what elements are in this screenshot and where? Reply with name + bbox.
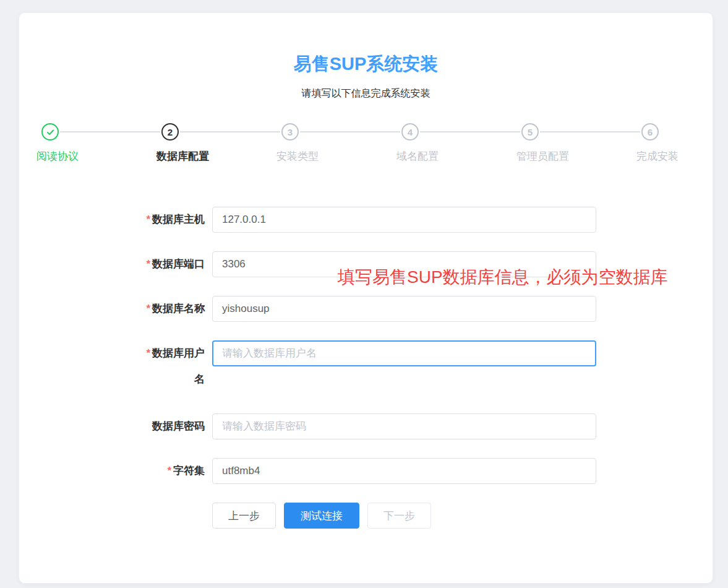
step-4-label: 域名配置 [396,149,439,163]
form-row-charset: *字符集 [140,458,598,484]
database-config-form: *数据库主机 *数据库端口 *数据库名称 *数据库用户名 *数据库密码 *字符集… [140,207,598,529]
db-port-input[interactable] [212,251,596,277]
step-connector [300,131,400,132]
form-row-db-password: *数据库密码 [140,413,598,439]
step-3-indicator: 3 [281,123,299,141]
step-4-indicator: 4 [401,123,419,141]
required-marker: * [146,258,150,270]
db-port-label: *数据库端口 [140,251,205,277]
db-password-input[interactable] [212,413,596,439]
install-steps: 阅读协议 2 数据库配置 3 安装类型 4 域名配置 5 管理员配置 6 完成安… [19,123,713,180]
step-connector [60,131,160,132]
step-1-indicator [41,123,59,141]
step-1-label: 阅读协议 [36,149,79,163]
step-5-indicator: 5 [521,123,539,141]
step-connector [180,131,280,132]
test-connection-button[interactable]: 测试连接 [284,503,359,529]
db-host-input[interactable] [212,207,596,233]
check-icon [46,128,55,137]
previous-step-button[interactable]: 上一步 [212,503,276,529]
page-subtitle: 请填写以下信息完成系统安装 [19,87,713,100]
step-connector [540,131,640,132]
db-name-input[interactable] [212,296,596,322]
form-row-db-username: *数据库用户名 [140,340,598,392]
next-step-button[interactable]: 下一步 [367,503,431,529]
step-6-label: 完成安装 [636,149,679,163]
install-wizard-card: 易售SUP系统安装 请填写以下信息完成系统安装 阅读协议 2 数据库配置 3 安… [19,12,713,584]
step-5-label: 管理员配置 [516,149,569,163]
charset-label: *字符集 [140,458,205,484]
step-6-indicator: 6 [641,123,659,141]
required-marker: * [167,465,171,477]
required-marker: * [146,214,150,225]
page-title: 易售SUP系统安装 [19,52,713,77]
step-3-label: 安装类型 [276,149,319,163]
required-marker: * [146,347,150,359]
step-connector [420,131,520,132]
charset-input[interactable] [212,458,596,484]
form-row-db-host: *数据库主机 [140,207,598,233]
form-row-db-name: *数据库名称 [140,296,598,322]
step-2-label: 数据库配置 [156,149,209,163]
db-username-input[interactable] [212,340,596,366]
db-name-label: *数据库名称 [140,296,205,322]
db-host-label: *数据库主机 [140,207,205,233]
step-2-indicator: 2 [161,123,179,141]
db-username-label: *数据库用户名 [140,340,205,392]
required-marker: * [146,303,150,314]
form-actions: 上一步 测试连接 下一步 [212,503,598,529]
db-password-label: *数据库密码 [140,413,205,439]
form-row-db-port: *数据库端口 [140,251,598,277]
